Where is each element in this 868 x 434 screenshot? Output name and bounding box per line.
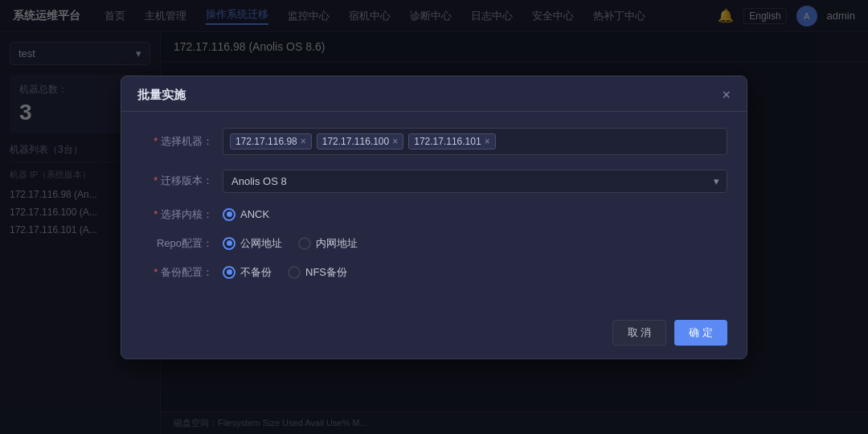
tag-remove-icon[interactable]: × [301, 137, 306, 146]
radio-dot-internal [298, 237, 311, 250]
tags-input[interactable]: 172.17.116.98×172.17.116.100×172.17.116.… [223, 128, 727, 155]
radio-dot-none [223, 266, 235, 279]
radio-dot-anck [223, 208, 235, 221]
tag: 172.17.116.98× [230, 133, 312, 149]
tag-label: 172.17.116.101 [414, 136, 481, 147]
backup-option-nfs[interactable]: NFS备份 [288, 265, 347, 280]
backup-nfs-label: NFS备份 [305, 265, 347, 280]
repo-row: Repo配置： 公网地址 内网地址 [141, 236, 727, 251]
machine-tags-container: 172.17.116.98×172.17.116.100×172.17.116.… [223, 128, 727, 155]
kernel-label: 选择内核： [141, 207, 213, 222]
dialog-close-button[interactable]: × [722, 88, 731, 102]
dialog-title: 批量实施 [137, 88, 186, 103]
kernel-option-anck[interactable]: ANCK [223, 208, 269, 221]
radio-dot-nfs [288, 266, 301, 279]
repo-internal-label: 内网地址 [316, 236, 358, 251]
tag-label: 172.17.116.100 [322, 136, 389, 147]
version-select-wrapper: Anolis OS 8 [223, 170, 727, 193]
tag-label: 172.17.116.98 [235, 136, 297, 147]
cancel-button[interactable]: 取 消 [612, 320, 667, 346]
machine-label: 选择机器： [141, 134, 213, 149]
modal-overlay: 批量实施 × 选择机器： 172.17.116.98×172.17.116.10… [0, 0, 868, 434]
kernel-radio-group: ANCK [223, 208, 727, 221]
version-select[interactable]: Anolis OS 8 [223, 170, 727, 193]
dialog-body: 选择机器： 172.17.116.98×172.17.116.100×172.1… [121, 112, 747, 310]
version-label: 迁移版本： [141, 174, 213, 188]
repo-label: Repo配置： [141, 236, 213, 251]
dialog-footer: 取 消 确 定 [121, 310, 747, 358]
tag-remove-icon[interactable]: × [392, 137, 398, 146]
backup-label: 备份配置： [141, 265, 213, 280]
tag-remove-icon[interactable]: × [485, 137, 490, 146]
confirm-button[interactable]: 确 定 [674, 320, 727, 346]
backup-none-label: 不备份 [240, 265, 272, 280]
repo-option-internal[interactable]: 内网地址 [298, 236, 358, 251]
dialog-header: 批量实施 × [121, 76, 747, 112]
repo-public-label: 公网地址 [240, 236, 282, 251]
version-row: 迁移版本： Anolis OS 8 [141, 170, 727, 193]
machine-select-row: 选择机器： 172.17.116.98×172.17.116.100×172.1… [141, 128, 727, 155]
tag: 172.17.116.100× [317, 133, 403, 149]
repo-radio-group: 公网地址 内网地址 [223, 236, 727, 251]
tag: 172.17.116.101× [408, 133, 495, 149]
backup-option-none[interactable]: 不备份 [223, 265, 272, 280]
backup-row: 备份配置： 不备份 NFS备份 [141, 265, 727, 280]
backup-radio-group: 不备份 NFS备份 [223, 265, 727, 280]
radio-dot-public [223, 237, 235, 250]
kernel-anck-label: ANCK [240, 208, 269, 220]
repo-option-public[interactable]: 公网地址 [223, 236, 282, 251]
dialog-batch: 批量实施 × 选择机器： 172.17.116.98×172.17.116.10… [121, 76, 747, 359]
kernel-row: 选择内核： ANCK [141, 207, 727, 222]
